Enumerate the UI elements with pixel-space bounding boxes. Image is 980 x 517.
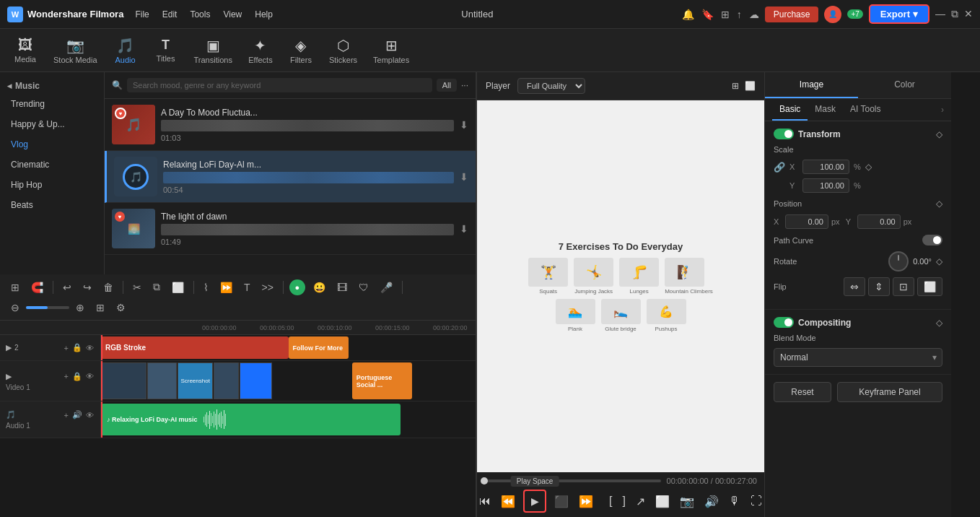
menu-help[interactable]: Help [255,9,273,19]
volume-button[interactable]: 🔊 [702,492,721,511]
track-add-audio1[interactable]: + [64,410,69,420]
cut-button[interactable]: ✂ [129,279,145,295]
speed-button[interactable]: ⏩ [216,279,236,295]
quality-select[interactable]: Full Quality [517,78,585,94]
tool-filters[interactable]: ◈ Filters [283,34,319,67]
prev-frame-button[interactable]: ⏮ [477,492,493,510]
mic-button[interactable]: 🎤 [377,279,396,295]
redo-button[interactable]: ↪ [79,279,95,295]
export-button[interactable]: Export ▾ [869,4,929,24]
track-eye-vid2[interactable]: 👁 [85,343,95,353]
split-view-icon[interactable]: ⊞ [732,81,739,91]
crop-button[interactable]: ⬜ [168,279,188,295]
flip-horizontal-button[interactable]: ⇔ [844,277,865,296]
tool-stock[interactable]: 📷 Stock Media [48,34,103,67]
menu-edit[interactable]: Edit [162,9,178,19]
bookmark-icon[interactable]: 🔖 [701,9,714,20]
delete-button[interactable]: 🗑 [100,279,117,295]
mark-out-button[interactable]: ] [621,492,628,510]
track-lock-vid2[interactable]: 🔒 [71,342,83,353]
subtab-more-arrow[interactable]: › [941,99,944,121]
play-button[interactable]: ▶ [523,490,546,513]
blend-mode-select[interactable]: Normal Multiply Screen Overlay Darken Li… [774,348,942,367]
copy-button[interactable]: ⧉ [149,279,164,295]
flip-option4-button[interactable]: ⬜ [917,277,942,296]
stop-button[interactable]: ⬛ [552,492,571,511]
screenshot-button[interactable]: 📷 [678,492,696,511]
path-curve-toggle[interactable] [922,235,942,246]
position-diamond[interactable]: ◇ [936,199,942,209]
clip-audio-lofi[interactable]: ♪ Relaxing LoFi Day-AI music [101,404,401,435]
purchase-button[interactable]: Purchase [765,6,819,22]
zoom-slider[interactable] [26,306,69,309]
shield-button[interactable]: 🛡 [355,279,372,295]
share-icon[interactable]: ↑ [737,9,742,20]
audio-item-3[interactable]: ♥ 🌅 The light of dawn 01:49 ⬇ [105,203,476,255]
fullscreen-ctrl-button[interactable]: ⛶ [748,492,764,510]
audio-item-2[interactable]: 🎵 Relaxing LoFi Day-Al m... 00:54 ⬇ [105,151,476,203]
subtab-ai-tools[interactable]: AI Tools [843,99,888,121]
sidebar-item-happy[interactable]: Happy & Up... [0,114,104,134]
download-icon-3[interactable]: ⬇ [460,223,468,235]
tool-stickers[interactable]: ⬡ Stickers [323,34,363,67]
pip-button[interactable]: ⬜ [653,492,672,511]
grid-icon[interactable]: ⊞ [721,9,730,20]
track-add-vid2[interactable]: + [64,343,69,353]
sidebar-item-cinematic[interactable]: Cinematic [0,155,104,175]
menu-tools[interactable]: Tools [190,9,210,19]
scale-y-input[interactable] [802,178,849,193]
cloud-icon[interactable]: ☁ [749,9,759,20]
zoom-in-button[interactable]: ⊕ [72,300,88,316]
rotate-dial[interactable] [888,251,909,271]
motion-button[interactable]: ● [289,279,305,295]
scale-link-icon[interactable]: 🔗 [774,162,785,173]
compositing-toggle[interactable] [774,317,794,328]
track-eye-vid1[interactable]: 👁 [85,371,95,381]
clip-rgb-stroke[interactable]: RGB Stroke [101,336,289,359]
step-forward-button[interactable]: ⏩ [577,492,595,511]
tab-image[interactable]: Image [765,72,858,98]
tool-media[interactable]: 🖼 Media [7,34,43,66]
split-view-button[interactable]: ⊞ [7,279,23,295]
more-options-button[interactable]: ··· [461,80,468,90]
restore-button[interactable]: ⧉ [951,8,958,20]
clip-portuguese-social[interactable]: Portuguese Social ... [352,362,412,399]
tool-titles[interactable]: T Titles [148,35,184,66]
scale-x-input[interactable] [802,160,849,174]
progress-handle[interactable] [481,477,488,485]
download-icon-2[interactable]: ⬇ [460,171,468,183]
sidebar-item-vlog[interactable]: Vlog [0,134,104,155]
rotate-diamond[interactable]: ◇ [936,256,942,266]
tool-transitions[interactable]: ▣ Transitions [188,34,238,67]
transform-keyframe-diamond[interactable]: ◇ [936,129,942,139]
magnet-button[interactable]: 🧲 [27,279,47,295]
track-vol-audio1[interactable]: 🔊 [71,409,83,420]
filter-all-badge[interactable]: All [437,79,457,92]
export-frame-button[interactable]: ↗ [634,492,647,511]
keyframe-panel-button[interactable]: Keyframe Panel [837,382,942,402]
step-back-button[interactable]: ⏪ [499,492,517,511]
more-tools-button[interactable]: >> [258,279,277,295]
sidebar-item-beats[interactable]: Beats [0,195,104,215]
scale-x-diamond[interactable]: ◇ [865,162,872,172]
download-icon-1[interactable]: ⬇ [460,119,468,131]
zoom-out-button[interactable]: ⊖ [7,300,23,316]
close-button[interactable]: ✕ [964,8,973,20]
reset-button[interactable]: Reset [774,382,831,402]
transform-toggle[interactable] [774,129,794,139]
compositing-diamond[interactable]: ◇ [936,318,942,328]
mark-in-button[interactable]: [ [607,492,614,510]
subtab-mask[interactable]: Mask [808,99,843,121]
sidebar-item-hiphop[interactable]: Hip Hop [0,175,104,195]
pos-y-input[interactable] [857,214,901,229]
tool-effects[interactable]: ✦ Effects [242,34,279,67]
face-button[interactable]: 😀 [310,279,329,295]
search-input[interactable] [127,78,432,92]
clip-follow-for-more[interactable]: Follow For More [289,336,349,359]
flip-vertical-button[interactable]: ⇕ [868,277,890,296]
tool-templates[interactable]: ⊞ Templates [367,34,415,67]
sidebar-item-trending[interactable]: Trending [0,94,104,114]
flip-option3-button[interactable]: ⊡ [893,277,914,296]
sidebar-header[interactable]: ◂ Music [0,78,104,94]
split-button[interactable]: ⌇ [200,279,212,295]
